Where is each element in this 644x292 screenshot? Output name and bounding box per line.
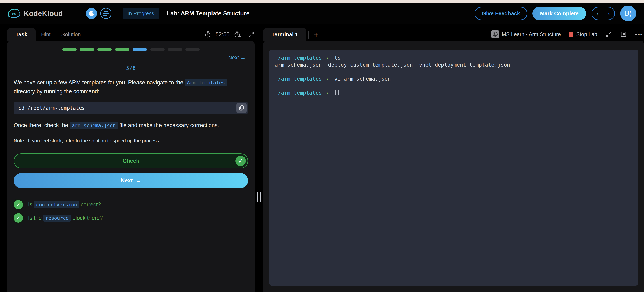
prev-lesson-button[interactable]: ‹	[592, 7, 603, 19]
terminal-line	[275, 68, 632, 75]
terminal-card: ~/arm-templates → lsarm-schema.json depl…	[263, 41, 644, 292]
timer-remaining: 52:56	[216, 31, 230, 38]
arrow-right-icon: →	[136, 177, 141, 184]
check-button[interactable]: Check ✓	[14, 153, 248, 168]
checklist-item-text: Is the resource block there?	[28, 214, 103, 222]
prompt-path: ~/arm-templates	[275, 76, 322, 82]
checklist-item-text: Is contentVersion correct?	[28, 201, 101, 209]
status-badge: In Progress	[122, 8, 159, 19]
terminal-line: ~/arm-templates → vi arm-schema.json	[275, 75, 632, 82]
top-navbar: <> KodeKloud In Progress Lab: ARM Templa…	[0, 2, 644, 24]
tab-hint[interactable]: Hint	[36, 28, 56, 41]
tab-solution[interactable]: Solution	[56, 28, 86, 41]
stop-lab-button[interactable]: Stop Lab	[569, 31, 597, 37]
terminal-screen[interactable]: ~/arm-templates → lsarm-schema.json depl…	[269, 50, 638, 286]
add-time-icon[interactable]	[234, 31, 241, 38]
inline-code: resource	[43, 215, 71, 222]
task-intro-text: We have set up a few ARM templates for y…	[14, 78, 248, 96]
step-progress	[14, 48, 248, 51]
tab-divider	[308, 31, 308, 39]
command-code-block: cd /root/arm-templates	[14, 102, 248, 114]
give-feedback-button[interactable]: Give Feedback	[474, 7, 528, 20]
avatar[interactable]: B(	[620, 5, 636, 21]
moon-icon	[88, 10, 94, 16]
progress-segment-current	[132, 48, 147, 51]
inline-code: arm-schema.json	[70, 122, 118, 129]
progress-segment-done	[80, 48, 94, 51]
prompt-arrow-icon: →	[322, 90, 334, 96]
lesson-pager: ‹ ›	[592, 7, 615, 20]
verification-checklist: ✓Is contentVersion correct?✓Is the resou…	[14, 200, 248, 223]
arrow-right-icon: →	[240, 55, 246, 60]
globe-icon	[491, 30, 499, 38]
stop-icon	[569, 32, 574, 37]
resource-link[interactable]: MS Learn - Arm Structure	[502, 31, 561, 37]
tab-terminal-1[interactable]: Terminal 1	[263, 28, 306, 41]
progress-segment-todo	[186, 48, 200, 51]
svg-text:<>: <>	[12, 12, 16, 16]
copy-command-button[interactable]	[236, 103, 246, 113]
splitter-drag-handle[interactable]	[257, 192, 261, 202]
progress-segment-done	[62, 48, 76, 51]
prompt-arrow-icon: →	[322, 76, 334, 82]
progress-segment-done	[115, 48, 130, 51]
next-step-link[interactable]: Next →	[228, 55, 246, 60]
workspace: Task Hint Solution 52:56	[0, 28, 644, 292]
progress-segment-todo	[168, 48, 182, 51]
next-button[interactable]: Next→	[14, 173, 248, 188]
task-followup-text: Once there, check the arm-schema.json fi…	[14, 121, 248, 130]
task-panel: Task Hint Solution 52:56	[7, 28, 254, 292]
mark-complete-button[interactable]: Mark Complete	[532, 7, 586, 20]
checklist-item: ✓Is the resource block there?	[14, 213, 248, 223]
copy-icon	[239, 105, 244, 111]
prompt-arrow-icon: →	[322, 55, 334, 61]
theme-toggle-button[interactable]	[86, 8, 97, 19]
prompt-path: ~/arm-templates	[275, 55, 322, 61]
terminal-tabbar: Terminal 1 + MS Learn - Arm Structure St…	[263, 28, 644, 41]
progress-segment-todo	[150, 48, 164, 51]
check-success-icon: ✓	[236, 156, 246, 166]
step-indicator: 5/8	[14, 65, 248, 71]
check-passed-icon: ✓	[14, 213, 23, 223]
desktop-edge-strip	[0, 0, 644, 2]
kodekloud-logo[interactable]: <> KodeKloud	[7, 8, 63, 18]
next-lesson-button[interactable]: ›	[603, 7, 614, 19]
panel-splitter	[254, 28, 263, 292]
prompt-path: ~/arm-templates	[275, 90, 322, 96]
command-text: cd /root/arm-templates	[18, 105, 85, 111]
expand-terminal-icon[interactable]	[606, 31, 612, 37]
open-external-icon[interactable]	[620, 31, 626, 37]
tab-task[interactable]: Task	[7, 28, 36, 41]
terminal-line: ~/arm-templates → ls	[275, 54, 632, 61]
terminal-line	[275, 82, 632, 89]
hamburger-icon	[103, 11, 109, 16]
terminal-panel: Terminal 1 + MS Learn - Arm Structure St…	[263, 28, 644, 292]
timer-icon	[205, 31, 211, 38]
checklist-item: ✓Is contentVersion correct?	[14, 200, 248, 209]
brand-wordmark: KodeKloud	[24, 9, 63, 17]
inline-code: Arm-Templates	[185, 79, 227, 86]
progress-segment-done	[98, 48, 112, 51]
expand-panel-icon[interactable]	[248, 31, 254, 37]
terminal-line: arm-schema.json deploy-custom-template.j…	[275, 61, 632, 68]
terminal-line: ~/arm-templates →	[275, 89, 632, 96]
terminal-cursor	[336, 90, 339, 95]
task-note: Note : If you feel stuck, refer to the s…	[14, 138, 248, 144]
more-options-icon[interactable]: •••	[635, 31, 643, 38]
menu-button[interactable]	[100, 8, 112, 19]
task-card: Next → 5/8 We have set up a few ARM temp…	[7, 41, 254, 292]
add-terminal-button[interactable]: +	[311, 30, 322, 41]
inline-code: contentVersion	[34, 201, 79, 208]
kodekloud-cloud-icon: <>	[7, 8, 20, 18]
task-tabbar: Task Hint Solution 52:56	[7, 28, 254, 41]
check-passed-icon: ✓	[14, 200, 23, 209]
lab-title: Lab: ARM Template Structure	[167, 10, 250, 17]
